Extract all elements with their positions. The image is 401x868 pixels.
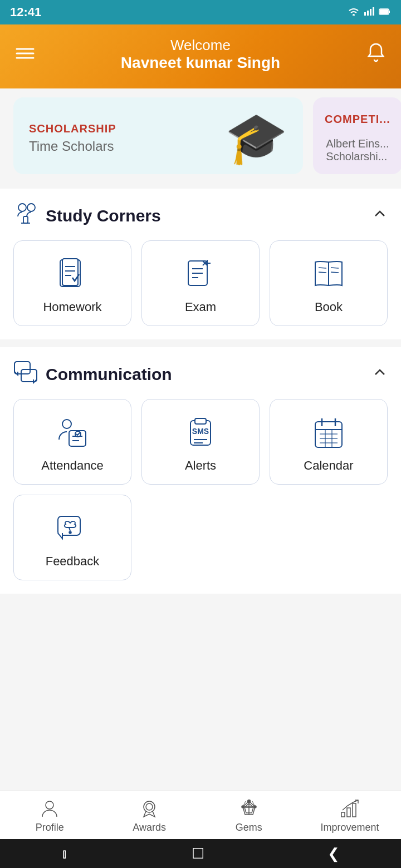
calendar-card[interactable]: Calendar bbox=[270, 399, 388, 485]
homework-icon bbox=[55, 257, 90, 292]
awards-icon bbox=[139, 798, 160, 819]
svg-rect-1 bbox=[367, 11, 369, 16]
alerts-label: Alerts bbox=[185, 458, 216, 473]
communication-grid: Attendance SMS Alerts bbox=[13, 399, 388, 594]
gems-icon bbox=[238, 798, 260, 819]
svg-point-54 bbox=[46, 801, 53, 809]
svg-rect-42 bbox=[315, 422, 342, 447]
nav-profile-label: Profile bbox=[36, 822, 64, 834]
svg-point-56 bbox=[146, 803, 153, 810]
exam-label: Exam bbox=[185, 300, 216, 314]
nav-awards-label: Awards bbox=[133, 822, 166, 834]
wifi-icon bbox=[348, 7, 360, 18]
svg-line-27 bbox=[319, 272, 326, 273]
svg-line-29 bbox=[331, 272, 339, 273]
svg-rect-11 bbox=[23, 216, 28, 223]
svg-text:SMS: SMS bbox=[192, 427, 209, 436]
svg-rect-5 bbox=[380, 9, 388, 13]
study-corners-chevron[interactable] bbox=[372, 206, 388, 225]
book-card[interactable]: Book bbox=[270, 240, 388, 326]
homework-card[interactable]: Homework bbox=[13, 240, 131, 326]
attendance-icon bbox=[55, 415, 90, 451]
system-home-button[interactable]: ☐ bbox=[192, 845, 204, 862]
calendar-label: Calendar bbox=[304, 458, 353, 473]
svg-line-28 bbox=[331, 268, 339, 268]
svg-point-64 bbox=[254, 806, 256, 808]
promo-cards-scroll[interactable]: SCHOLARSHIP Time Scholars 🎓 COMPETI... A… bbox=[0, 88, 401, 183]
nav-gems[interactable]: Gems bbox=[221, 798, 277, 834]
header-name: Navneet kumar Singh bbox=[35, 54, 366, 72]
status-time: 12:41 bbox=[10, 5, 41, 19]
exam-card[interactable]: Exam bbox=[141, 240, 260, 326]
feedback-label: Feedback bbox=[46, 554, 100, 569]
header-welcome: Welcome bbox=[35, 37, 366, 54]
attendance-label: Attendance bbox=[41, 458, 103, 473]
svg-rect-66 bbox=[347, 808, 350, 817]
svg-point-63 bbox=[242, 806, 244, 808]
study-corners-header: Study Corners bbox=[13, 189, 388, 240]
svg-point-9 bbox=[18, 204, 26, 211]
nav-improvement[interactable]: Improvement bbox=[321, 798, 379, 834]
book-icon bbox=[311, 257, 346, 292]
scholarship-image: 🎓 bbox=[225, 113, 287, 163]
status-icons bbox=[348, 7, 391, 18]
svg-rect-67 bbox=[353, 803, 356, 817]
communication-icon bbox=[13, 359, 38, 389]
competition-tag: COMPETI... bbox=[325, 113, 390, 126]
scholarship-title: Time Scholars bbox=[29, 139, 116, 154]
study-corners-grid: Homework Exam bbox=[13, 240, 388, 339]
book-label: Book bbox=[315, 300, 343, 314]
alerts-card[interactable]: SMS Alerts bbox=[141, 399, 260, 485]
svg-rect-30 bbox=[14, 362, 30, 374]
battery-icon bbox=[379, 7, 391, 18]
svg-line-26 bbox=[319, 268, 326, 268]
signal-icon bbox=[364, 7, 374, 18]
nav-improvement-label: Improvement bbox=[321, 822, 379, 834]
scholarship-card[interactable]: SCHOLARSHIP Time Scholars 🎓 bbox=[13, 97, 303, 174]
homework-label: Homework bbox=[43, 300, 101, 314]
communication-title-wrap: Communication bbox=[13, 359, 172, 389]
svg-rect-0 bbox=[364, 12, 366, 16]
nav-awards[interactable]: Awards bbox=[121, 798, 177, 834]
system-nav: ⫾ ☐ ❮ bbox=[0, 839, 401, 868]
attendance-card[interactable]: Attendance bbox=[13, 399, 131, 485]
svg-rect-38 bbox=[195, 418, 206, 424]
system-back-button[interactable]: ❮ bbox=[327, 845, 340, 862]
profile-icon bbox=[39, 798, 60, 819]
svg-rect-31 bbox=[21, 369, 37, 382]
svg-point-62 bbox=[247, 800, 250, 803]
svg-rect-3 bbox=[373, 7, 374, 16]
competition-card[interactable]: COMPETI... Albert Eins...Scholarshi... bbox=[313, 97, 401, 174]
header: Welcome Navneet kumar Singh bbox=[0, 24, 401, 88]
scholarship-tag: SCHOLARSHIP bbox=[29, 122, 116, 135]
nav-profile[interactable]: Profile bbox=[22, 798, 77, 834]
communication-title: Communication bbox=[46, 365, 172, 384]
svg-point-10 bbox=[27, 204, 35, 211]
nav-gems-label: Gems bbox=[236, 822, 262, 834]
communication-section: Communication Attendance bbox=[0, 347, 401, 594]
system-recents-button[interactable]: ⫾ bbox=[61, 845, 69, 862]
communication-header: Communication bbox=[13, 347, 388, 399]
header-center: Welcome Navneet kumar Singh bbox=[35, 37, 366, 72]
feedback-card[interactable]: Feedback bbox=[13, 495, 131, 580]
bottom-nav: Profile Awards Gems bbox=[0, 791, 401, 839]
status-bar: 12:41 bbox=[0, 0, 401, 24]
svg-rect-2 bbox=[370, 9, 371, 16]
notification-button[interactable] bbox=[366, 42, 385, 66]
communication-chevron[interactable] bbox=[372, 364, 388, 384]
improvement-icon bbox=[339, 798, 360, 819]
svg-rect-13 bbox=[62, 259, 78, 285]
competition-title: Albert Eins...Scholarshi... bbox=[326, 137, 389, 163]
svg-point-55 bbox=[144, 801, 155, 812]
study-corners-title: Study Corners bbox=[46, 206, 161, 225]
menu-button[interactable] bbox=[16, 46, 35, 63]
svg-rect-65 bbox=[341, 812, 345, 817]
svg-point-53 bbox=[69, 531, 71, 534]
feedback-icon bbox=[55, 511, 90, 546]
study-corners-title-wrap: Study Corners bbox=[13, 201, 161, 230]
alerts-icon: SMS bbox=[183, 415, 218, 451]
study-corners-section: Study Corners Homework bbox=[0, 189, 401, 339]
exam-icon bbox=[183, 257, 218, 292]
svg-point-32 bbox=[62, 420, 71, 428]
study-corners-icon bbox=[13, 201, 38, 230]
